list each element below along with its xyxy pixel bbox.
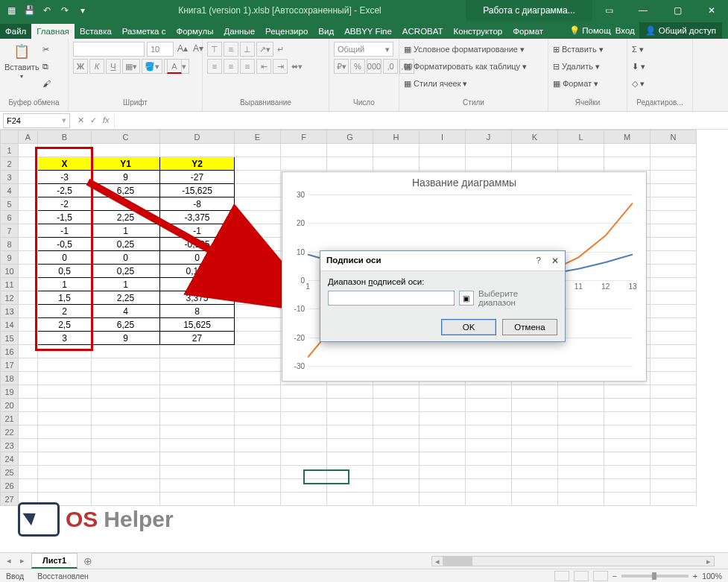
cell-J20[interactable] <box>466 399 512 412</box>
cell-L23[interactable] <box>558 439 604 452</box>
cell-M23[interactable] <box>604 439 651 452</box>
cell-E20[interactable] <box>235 399 281 412</box>
cell-N8[interactable] <box>651 238 697 251</box>
cell-N19[interactable] <box>651 385 697 399</box>
cell-F26[interactable] <box>281 479 327 493</box>
cell-K25[interactable] <box>512 466 558 479</box>
cell-E19[interactable] <box>235 385 281 399</box>
cell-J22[interactable] <box>466 426 512 439</box>
cell-G1[interactable] <box>327 144 373 157</box>
cell-K23[interactable] <box>512 439 558 452</box>
cell-B2[interactable]: X <box>38 157 92 171</box>
cell-B11[interactable]: 1 <box>38 278 92 291</box>
cell-J24[interactable] <box>466 452 512 466</box>
cut-icon[interactable]: ✂ <box>42 42 51 57</box>
cell-L25[interactable] <box>558 466 604 479</box>
cell-A20[interactable] <box>19 399 38 412</box>
col-header-A[interactable]: A <box>19 130 38 144</box>
cell-N20[interactable] <box>651 399 697 412</box>
cell-G22[interactable] <box>327 426 373 439</box>
cell-N23[interactable] <box>651 439 697 452</box>
cell-C2[interactable]: Y1 <box>92 157 160 171</box>
cell-L20[interactable] <box>558 399 604 412</box>
cell-K22[interactable] <box>512 426 558 439</box>
cell-E26[interactable] <box>235 479 281 493</box>
cell-I1[interactable] <box>420 144 466 157</box>
cell-H23[interactable] <box>373 439 420 452</box>
row-header-22[interactable]: 22 <box>1 426 19 439</box>
cell-M22[interactable] <box>604 426 651 439</box>
row-header-11[interactable]: 11 <box>1 278 19 291</box>
cell-C17[interactable] <box>92 358 160 372</box>
cell-E27[interactable] <box>235 493 281 506</box>
cell-B16[interactable] <box>38 345 92 358</box>
cell-D18[interactable] <box>160 372 235 385</box>
add-sheet-icon[interactable]: ⊕ <box>77 555 98 567</box>
cell-H27[interactable] <box>373 493 420 506</box>
tab-данные[interactable]: Данные <box>219 24 261 39</box>
col-header-D[interactable]: D <box>160 130 235 144</box>
row-header-16[interactable]: 16 <box>1 345 19 358</box>
cell-I22[interactable] <box>420 426 466 439</box>
cell-D6[interactable]: -3,375 <box>160 211 235 224</box>
cancel-button[interactable]: Отмена <box>502 319 557 335</box>
cell-F2[interactable] <box>281 157 327 171</box>
cell-A15[interactable] <box>19 332 38 345</box>
insert-cells-button[interactable]: ⊞ Вставить ▾ <box>553 42 604 57</box>
conditional-format-button[interactable]: ▦ Условное форматирование ▾ <box>404 42 527 57</box>
help-icon[interactable]: 💡 Помощ <box>569 25 610 36</box>
cell-D1[interactable] <box>160 144 235 157</box>
cell-C19[interactable] <box>92 385 160 399</box>
cell-J23[interactable] <box>466 439 512 452</box>
cell-D13[interactable]: 8 <box>160 305 235 318</box>
row-header-5[interactable]: 5 <box>1 197 19 211</box>
cell-K24[interactable] <box>512 452 558 466</box>
cell-C13[interactable]: 4 <box>92 305 160 318</box>
cell-B3[interactable]: -3 <box>38 171 92 184</box>
cell-D24[interactable] <box>160 452 235 466</box>
row-header-27[interactable]: 27 <box>1 493 19 506</box>
cell-C24[interactable] <box>92 452 160 466</box>
cell-C26[interactable] <box>92 479 160 493</box>
cell-N13[interactable] <box>651 305 697 318</box>
range-picker-icon[interactable]: ▣ <box>459 291 474 306</box>
cell-M21[interactable] <box>604 412 651 426</box>
cell-A4[interactable] <box>19 184 38 197</box>
row-header-9[interactable]: 9 <box>1 251 19 265</box>
cell-H24[interactable] <box>373 452 420 466</box>
cell-F1[interactable] <box>281 144 327 157</box>
cell-F21[interactable] <box>281 412 327 426</box>
cell-I27[interactable] <box>420 493 466 506</box>
cell-D11[interactable]: 1 <box>160 278 235 291</box>
cell-A10[interactable] <box>19 265 38 278</box>
cell-N3[interactable] <box>651 171 697 184</box>
cell-C21[interactable] <box>92 412 160 426</box>
cell-N27[interactable] <box>651 493 697 506</box>
fx-icon[interactable]: fx <box>103 116 110 125</box>
cell-N24[interactable] <box>651 452 697 466</box>
cell-C1[interactable] <box>92 144 160 157</box>
cell-B25[interactable] <box>38 466 92 479</box>
autosum-icon[interactable]: Σ ▾ <box>632 42 645 57</box>
cell-N2[interactable] <box>651 157 697 171</box>
cell-E7[interactable] <box>235 224 281 238</box>
sheet-nav-prev-icon[interactable]: ▸ <box>16 556 28 566</box>
cell-F25[interactable] <box>281 466 327 479</box>
select-all[interactable] <box>1 130 19 144</box>
zoom-out-icon[interactable]: − <box>613 572 617 581</box>
align-right-icon[interactable]: ≡ <box>240 59 255 74</box>
cell-N15[interactable] <box>651 332 697 345</box>
cell-E10[interactable] <box>235 265 281 278</box>
tab-abbyy fine[interactable]: ABBYY Fine <box>339 24 397 39</box>
cell-E14[interactable] <box>235 318 281 332</box>
cell-A2[interactable] <box>19 157 38 171</box>
col-header-J[interactable]: J <box>466 130 512 144</box>
cell-A5[interactable] <box>19 197 38 211</box>
row-header-13[interactable]: 13 <box>1 305 19 318</box>
col-header-C[interactable]: C <box>92 130 160 144</box>
fill-color-button[interactable]: 🪣▾ <box>142 59 162 74</box>
cell-A16[interactable] <box>19 345 38 358</box>
tab-вид[interactable]: Вид <box>313 24 339 39</box>
cell-E22[interactable] <box>235 426 281 439</box>
cell-N18[interactable] <box>651 372 697 385</box>
